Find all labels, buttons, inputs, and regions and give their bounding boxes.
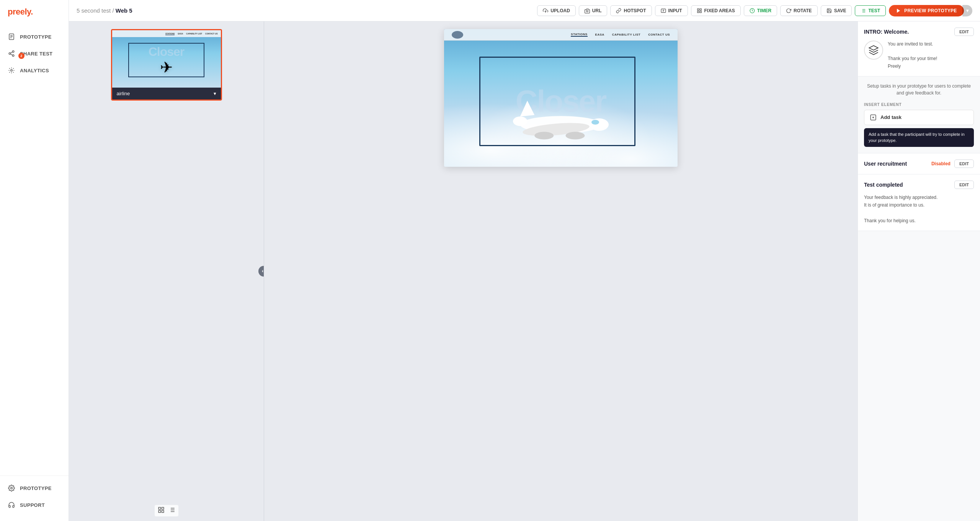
rotate-label: ROTATE xyxy=(794,8,812,13)
url-label: URL xyxy=(592,8,602,13)
test-completed-line2: It is of great importance to us. xyxy=(864,201,974,209)
preview-frame: STATIONS EASA CAPABILITY LIST CONTACT US… xyxy=(444,29,678,167)
svg-point-6 xyxy=(12,55,14,57)
url-button[interactable]: URL xyxy=(579,5,608,16)
task-icon xyxy=(870,114,877,121)
fixed-areas-icon xyxy=(697,8,702,13)
sidebar-label-settings: PROTOTYPE xyxy=(20,485,52,491)
fixed-areas-button[interactable]: FIXED AREAS xyxy=(691,5,741,16)
sidebar-item-share-test[interactable]: 2 SHARE TEST xyxy=(0,45,69,62)
svg-point-37 xyxy=(590,119,609,131)
svg-rect-15 xyxy=(700,8,701,10)
preview-button[interactable]: PREVIEW PROTOTYPE xyxy=(889,5,964,16)
sidebar-label-prototype: PROTOTYPE xyxy=(20,34,52,40)
hotspot-button[interactable]: HOTSPOT xyxy=(610,5,652,16)
headphones-icon xyxy=(8,501,15,509)
svg-rect-28 xyxy=(158,511,160,513)
svg-rect-27 xyxy=(162,507,163,509)
test-label: TEST xyxy=(868,8,880,13)
list-view-button[interactable] xyxy=(168,506,175,515)
share-test-badge: 2 xyxy=(18,53,24,59)
save-icon xyxy=(826,8,832,13)
svg-rect-26 xyxy=(158,507,160,509)
breadcrumb: 5 second test / Web 5 xyxy=(77,7,531,14)
nav-items: PROTOTYPE 2 SHARE TEST ANALYTICS xyxy=(0,24,69,475)
user-recruitment-status: Disabled xyxy=(931,161,951,166)
upload-icon xyxy=(543,8,548,13)
airline-logo xyxy=(452,31,463,39)
test-completed-title: Test completed xyxy=(864,182,903,188)
test-completed-desc: Your feedback is highly appreciated. It … xyxy=(864,194,974,225)
save-label: SAVE xyxy=(834,8,846,13)
sidebar-item-support[interactable]: SUPPORT xyxy=(0,497,69,513)
intro-icon xyxy=(864,41,883,60)
svg-point-5 xyxy=(9,53,11,55)
topbar-actions: UPLOAD URL HOTSPOT INPUT FIXED AREAS TIM… xyxy=(537,5,972,16)
timer-icon xyxy=(750,8,755,13)
analytics-icon xyxy=(8,67,15,74)
insert-element-label: INSERT ELEMENT xyxy=(864,103,974,107)
svg-rect-29 xyxy=(162,511,163,513)
logo-area: preely. xyxy=(0,0,69,24)
breadcrumb-separator: / xyxy=(112,7,115,14)
svg-line-8 xyxy=(10,52,12,53)
sidebar-label-support: SUPPORT xyxy=(20,502,45,508)
intro-header: INTRO: Welcome. EDIT xyxy=(864,28,974,36)
svg-rect-17 xyxy=(700,11,701,13)
intro-section: INTRO: Welcome. EDIT You are invited to … xyxy=(858,21,980,77)
test-completed-edit-button[interactable]: EDIT xyxy=(954,181,974,189)
timer-button[interactable]: TIMER xyxy=(744,5,777,16)
preview-dropdown-button[interactable]: ▾ xyxy=(962,5,972,16)
upload-button[interactable]: UPLOAD xyxy=(537,5,576,16)
screens-area: STATIONS EASA CAPABILITY LIST CONTACT US… xyxy=(69,21,264,521)
input-button[interactable]: INPUT xyxy=(655,5,688,16)
chevron-down-icon: ▾ xyxy=(966,8,969,13)
screen-thumbnail[interactable]: STATIONS EASA CAPABILITY LIST CONTACT US… xyxy=(111,29,222,101)
screen-thumb-image: STATIONS EASA CAPABILITY LIST CONTACT US… xyxy=(112,30,221,88)
intro-content: You are invited to test. Thank you for y… xyxy=(864,41,974,70)
svg-marker-39 xyxy=(520,101,535,116)
intro-title: INTRO: Welcome. xyxy=(864,29,909,35)
test-button[interactable]: TEST xyxy=(855,5,886,16)
setup-tasks-section: Setup tasks in your prototype for users … xyxy=(858,77,980,153)
input-icon xyxy=(661,8,666,13)
svg-rect-16 xyxy=(697,11,699,13)
screen-label: airline ▾ xyxy=(112,88,221,99)
user-recruitment-title: User recruitment xyxy=(864,161,907,167)
left-panel: STATIONS EASA CAPABILITY LIST CONTACT US… xyxy=(69,21,264,521)
svg-point-41 xyxy=(534,132,554,140)
camera-icon xyxy=(585,8,590,13)
svg-rect-14 xyxy=(697,8,699,10)
content-area: STATIONS EASA CAPABILITY LIST CONTACT US… xyxy=(69,21,980,521)
sidebar: preely. PROTOTYPE 2 SHARE TEST ANALYTICS xyxy=(0,0,69,521)
airline-nav: STATIONS EASA CAPABILITY LIST CONTACT US xyxy=(444,29,678,41)
add-task-button[interactable]: Add task xyxy=(864,110,974,125)
user-recruitment-edit-button[interactable]: EDIT xyxy=(954,160,974,168)
main-wrapper: 5 second test / Web 5 UPLOAD URL HOTSPOT… xyxy=(69,0,980,521)
test-completed-line1: Your feedback is highly appreciated. xyxy=(864,194,974,201)
thumb-nav: STATIONS EASA CAPABILITY LIST CONTACT US xyxy=(112,30,221,37)
sidebar-item-analytics[interactable]: ANALYTICS xyxy=(0,62,69,79)
sidebar-item-settings[interactable]: PROTOTYPE xyxy=(0,480,69,497)
svg-point-42 xyxy=(566,132,585,140)
intro-line3: Preely xyxy=(888,63,937,70)
logo[interactable]: preely. xyxy=(8,7,61,17)
svg-marker-25 xyxy=(897,8,900,13)
view-controls xyxy=(155,505,178,516)
rotate-button[interactable]: ROTATE xyxy=(780,5,818,16)
hotspot-icon xyxy=(616,8,621,13)
breadcrumb-screen: Web 5 xyxy=(116,7,132,14)
gear-icon xyxy=(8,484,15,492)
topbar: 5 second test / Web 5 UPLOAD URL HOTSPOT… xyxy=(69,0,980,21)
layers-icon xyxy=(868,45,879,55)
sidebar-item-prototype[interactable]: PROTOTYPE xyxy=(0,28,69,45)
save-button[interactable]: SAVE xyxy=(821,5,852,16)
breadcrumb-project: 5 second test xyxy=(77,7,111,14)
svg-point-4 xyxy=(12,51,14,53)
dropdown-arrow[interactable]: ▾ xyxy=(214,91,216,96)
grid-view-button[interactable] xyxy=(158,506,165,515)
sidebar-label-share-test: SHARE TEST xyxy=(20,51,52,57)
intro-edit-button[interactable]: EDIT xyxy=(954,28,974,36)
svg-point-43 xyxy=(591,120,599,125)
hotspot-label: HOTSPOT xyxy=(624,8,646,13)
